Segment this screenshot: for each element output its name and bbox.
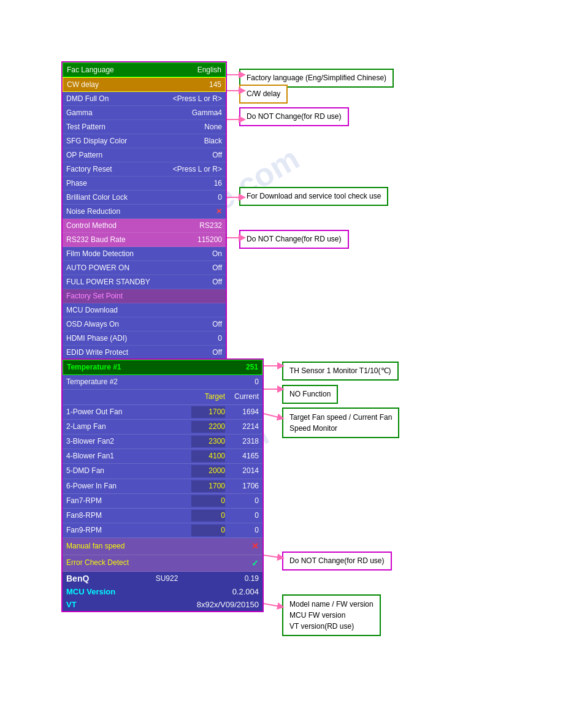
gamma-row: Gamma Gamma4 (63, 106, 226, 120)
no-function-annotation: NO Function (282, 385, 338, 404)
cw-delay-label: CW delay (67, 79, 99, 90)
fan-6-row: 6-Power In Fan 1700 1706 (63, 479, 262, 494)
control-method-row: Control Method RS232 (63, 219, 226, 233)
svg-line-9 (264, 604, 281, 607)
fan-3-row: 3-Blower Fan2 2300 2318 (63, 434, 262, 449)
sfg-display-color-row: SFG Display Color Black (63, 134, 226, 148)
phase-row: Phase 16 (63, 176, 226, 191)
cw-delay-value: 145 (209, 79, 221, 90)
rs232-baud-rate-row: RS232 Baud Rate 115200 (63, 233, 226, 247)
fan-col-headers: Target Current (63, 390, 262, 404)
mcu-version-row: MCU Version 0.2.004 (63, 585, 262, 598)
op-pattern-row: OP Pattern Off (63, 148, 226, 162)
download-service-box: For Download and service tool check use (239, 187, 388, 206)
th-sensor-annotation: TH Sensor 1 Monitor T1/10(℃) (282, 362, 399, 381)
do-not-change-bottom-annotation: Do NOT Change(for RD use) (282, 552, 392, 571)
fan-7-row: Fan7-RPM 0 0 (63, 494, 262, 509)
download-service-annotation: For Download and service tool check use (239, 187, 388, 206)
fan-1-row: 1-Power Out Fan 1700 1694 (63, 405, 262, 420)
error-check-row: Error Check Detect ✓ (63, 555, 262, 572)
fan-9-row: Fan9-RPM 0 0 (63, 523, 262, 538)
cw-delay-box: C/W delay (239, 85, 288, 104)
temperature-1-row: Temperature #1 251 (63, 360, 262, 375)
hdmi-phase-row: HDMI Phase (ADI) 0 (63, 332, 226, 346)
test-pattern-row: Test Pattern None (63, 120, 226, 134)
dmd-full-on-row: DMD Full On <Press L or R> (63, 92, 226, 106)
brilliant-color-lock-row: Brilliant Color Lock 0 (63, 191, 226, 205)
th-sensor-box: TH Sensor 1 Monitor T1/10(℃) (282, 362, 399, 381)
benq-row: BenQ SU922 0.19 (63, 572, 262, 585)
factory-set-point-row: Factory Set Point (63, 289, 226, 303)
fan-5-row: 5-DMD Fan 2000 2014 (63, 464, 262, 479)
do-not-change-1-box: Do NOT Change(for RD use) (239, 107, 349, 126)
fac-language-value: English (197, 64, 221, 75)
manual-fan-speed-row: Manual fan speed ✕ (63, 538, 262, 555)
cw-delay-annotation: C/W delay (239, 85, 288, 104)
temperature-2-row: Temperature #2 0 (63, 375, 262, 390)
dmd-full-on-value: <Press L or R> (173, 93, 222, 104)
svg-line-8 (264, 555, 281, 558)
dmd-full-on-label: DMD Full On (66, 93, 109, 104)
mcu-download-row: MCU Download (63, 303, 226, 317)
fac-language-row: Fac Language English (63, 63, 226, 77)
fan-8-row: Fan8-RPM 0 0 (63, 509, 262, 523)
cw-delay-row: CW delay 145 (63, 77, 226, 92)
svg-line-7 (264, 414, 281, 418)
model-fw-box: Model name / FW versionMCU FW versionVT … (282, 594, 381, 636)
fac-language-label: Fac Language (67, 64, 114, 75)
edid-write-protect-row: EDID Write Protect Off (63, 346, 226, 360)
target-current-annotation: Target Fan speed / Current FanSpeed Moni… (282, 408, 399, 438)
osd-always-on-row: OSD Always On Off (63, 317, 226, 332)
vt-row: VT 8x92x/V09/20150 (63, 598, 262, 611)
fan-panel: Temperature #1 251 Temperature #2 0 Targ… (61, 358, 264, 612)
factory-reset-row: Factory Reset <Press L or R> (63, 162, 226, 176)
auto-power-on-row: AUTO POWER ON Off (63, 261, 226, 275)
do-not-change-bottom-box: Do NOT Change(for RD use) (282, 552, 392, 571)
top-menu-panel: Fac Language English CW delay 145 DMD Fu… (61, 61, 227, 408)
film-mode-row: Film Mode Detection On (63, 247, 226, 261)
no-function-box: NO Function (282, 385, 338, 404)
fan-2-row: 2-Lamp Fan 2200 2214 (63, 420, 262, 434)
full-power-standby-row: FULL POWER STANDBY Off (63, 275, 226, 289)
do-not-change-2-annotation: Do NOT Change(for RD use) (239, 230, 349, 249)
target-current-box: Target Fan speed / Current FanSpeed Moni… (282, 408, 399, 438)
do-not-change-1-annotation: Do NOT Change(for RD use) (239, 107, 349, 126)
fan-4-row: 4-Blower Fan1 4100 4165 (63, 449, 262, 464)
model-fw-annotation: Model name / FW versionMCU FW versionVT … (282, 594, 381, 636)
noise-reduction-row: Noise Reduction ✕ (63, 205, 226, 219)
do-not-change-2-box: Do NOT Change(for RD use) (239, 230, 349, 249)
